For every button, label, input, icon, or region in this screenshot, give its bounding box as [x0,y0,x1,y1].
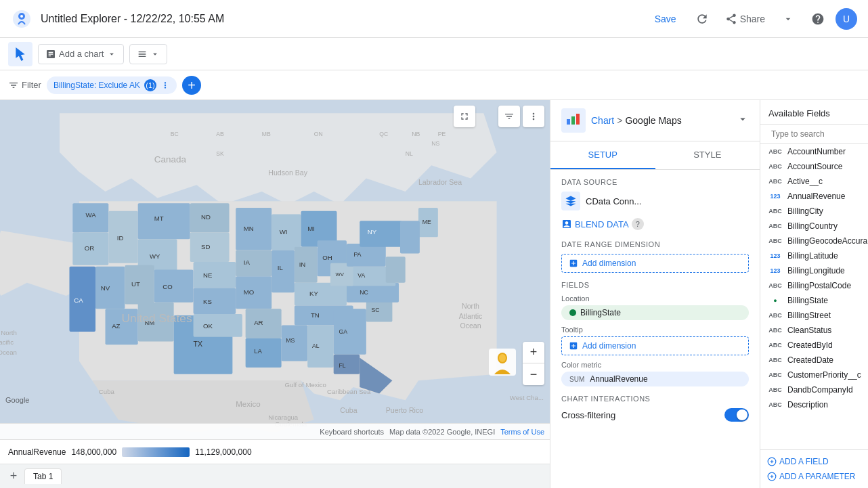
svg-rect-5 [72,233,108,265]
field-item[interactable]: ●BillingState [760,293,868,308]
svg-rect-41 [347,244,386,267]
field-item[interactable]: ABCBillingCountry [760,219,868,234]
add-tab-button[interactable]: + [5,468,22,485]
share-dropdown-button[interactable] [776,7,800,31]
cross-filtering-row: Cross-filtering [561,408,749,422]
panel-expand-button[interactable] [737,113,749,128]
field-item[interactable]: ABCCreatedDate [760,353,868,368]
fullscreen-button[interactable] [454,106,475,127]
refresh-button[interactable] [690,7,714,31]
field-item[interactable]: 123BillingLatitude [760,248,868,263]
svg-text:MS: MS [286,337,295,344]
svg-text:AZ: AZ [112,322,120,330]
add-date-dimension-button[interactable]: Add dimension [561,254,749,273]
blend-data-button[interactable]: BLEND DATA [561,216,629,232]
svg-text:CO: CO [162,283,173,290]
field-item[interactable]: ABCBillingStreet [760,308,868,323]
svg-rect-30 [295,305,353,325]
svg-text:QC: QC [379,131,388,137]
field-item[interactable]: ABCDandbCompanyId [760,382,868,397]
field-item-name: BillingStreet [787,311,831,320]
app-title: Untitled Explorer - 12/22/22, 10:55 AM [41,13,638,25]
svg-text:VA: VA [357,272,365,279]
svg-rect-39 [347,267,395,286]
top-bar-actions: Save Share U [647,7,857,31]
svg-text:BC: BC [171,131,179,137]
zoom-out-button[interactable]: − [523,363,544,385]
field-item[interactable]: ABCCleanStatus [760,323,868,338]
svg-text:OK: OK [203,322,213,330]
field-item[interactable]: ABCBillingCity [760,204,868,219]
svg-text:NE: NE [203,271,212,279]
svg-rect-19 [174,315,233,374]
add-tooltip-button[interactable]: Add dimension [561,336,749,355]
svg-rect-38 [347,283,399,303]
field-type-badge: 123 [767,193,783,200]
field-item-name: BillingLatitude [787,251,838,261]
field-item-name: AccountSource [787,162,842,171]
svg-rect-4 [72,203,108,232]
help-button[interactable] [806,7,830,31]
add-tooltip-label: Add dimension [582,341,636,351]
map-filter-button[interactable] [498,106,520,127]
chart-type-icon [561,108,586,133]
map-footer: Keyboard shortcuts Map data ©2022 Google… [0,423,550,439]
field-item[interactable]: ABCAccountNumber [760,144,868,159]
breadcrumb-chart[interactable]: Chart [591,115,614,126]
filter-chip[interactable]: BillingState: Exclude AK (1) [47,76,177,94]
blend-help-icon[interactable]: ? [632,218,644,230]
tab-1[interactable]: Tab 1 [24,468,62,484]
svg-rect-44 [400,221,420,253]
field-type-badge: ABC [767,148,783,155]
field-type-badge: ABC [767,372,783,378]
svg-text:Labrador Sea: Labrador Sea [418,178,462,186]
field-item[interactable]: ABCBillingPostalCode [760,278,868,293]
field-item[interactable]: ABCDescription [760,397,868,412]
zoom-in-button[interactable]: + [523,342,544,363]
tab-style[interactable]: STYLE [655,141,760,169]
svg-rect-42 [360,221,402,247]
field-type-badge: ABC [767,357,783,363]
field-item[interactable]: ABCCreatedById [760,338,868,353]
select-tool-button[interactable] [8,42,32,66]
share-button[interactable]: Share [720,9,771,29]
svg-rect-3 [0,100,550,439]
arrange-button[interactable] [129,44,167,64]
svg-rect-17 [106,309,138,345]
map-area[interactable]: WA OR ID MT ND SD WY NV UT CO NE KS CA A… [0,100,550,439]
add-filter-button[interactable]: + [182,76,201,95]
add-field-button[interactable]: ADD A FIELD [767,456,861,468]
svg-text:NY: NY [368,228,377,236]
terms-of-use[interactable]: Terms of Use [500,428,544,436]
svg-text:IN: IN [299,261,306,268]
add-parameter-button[interactable]: ADD A PARAMETER [767,470,861,483]
svg-text:Puerto Rico: Puerto Rico [386,406,423,414]
field-item[interactable]: ABCBillingGeocodeAccura... [760,234,868,248]
field-item-name: CleanStatus [787,326,831,335]
field-item[interactable]: ABCCustomerPriority__c [760,368,868,382]
user-avatar[interactable]: U [836,8,857,30]
field-type-badge: ABC [767,208,783,215]
save-button[interactable]: Save [647,9,685,28]
geo-dot-icon [569,309,576,316]
fields-search-input[interactable] [771,129,868,139]
field-item[interactable]: 123AnnualRevenue [760,189,868,204]
color-metric-chip[interactable]: SUM AnnualRevenue [561,372,749,386]
svg-rect-13 [154,270,194,303]
field-item[interactable]: 123BillingLongitude [760,263,868,278]
svg-rect-26 [301,211,337,247]
svg-rect-31 [246,309,282,338]
field-item[interactable]: ABCActive__c [760,174,868,189]
legend-gradient [122,447,190,457]
map-more-button[interactable] [523,106,544,127]
svg-text:KY: KY [309,290,318,297]
add-chart-button[interactable]: Add a chart [38,44,124,64]
field-type-badge: ABC [767,342,783,349]
keyboard-shortcuts[interactable]: Keyboard shortcuts [320,428,384,436]
blend-data-label: BLEND DATA [575,219,629,229]
location-field-chip[interactable]: BillingState [561,305,749,320]
tab-setup[interactable]: SETUP [550,141,655,169]
svg-text:ND: ND [201,213,211,221]
cross-filtering-toggle[interactable] [724,408,749,422]
field-item[interactable]: ABCAccountSource [760,159,868,174]
